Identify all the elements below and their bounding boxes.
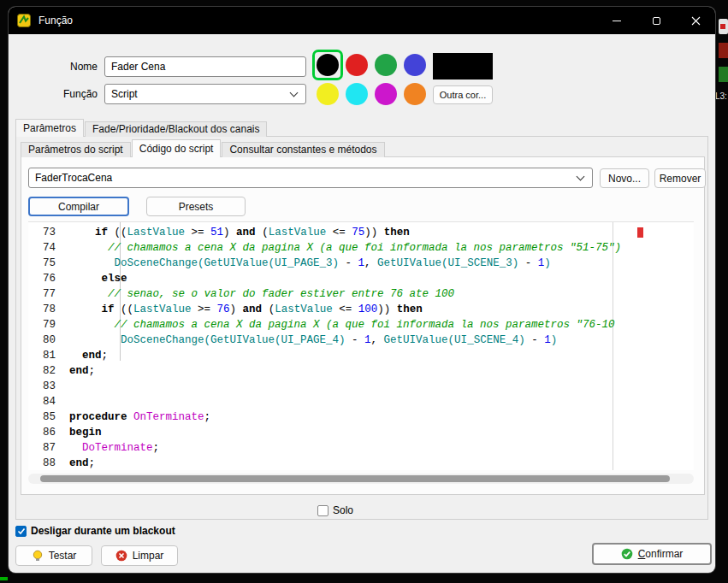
- line-number: 80: [28, 333, 56, 348]
- solo-label: Solo: [333, 504, 353, 516]
- scrollbar-thumb[interactable]: [40, 475, 670, 482]
- desktop-background: L3: Função Nome Fader Cena: [0, 0, 728, 583]
- line-number: 84: [28, 394, 56, 409]
- color-swatch[interactable]: [404, 54, 426, 76]
- title-bar[interactable]: Função: [9, 7, 715, 34]
- editor-overflow-mark: [637, 227, 643, 238]
- code-line: 84: [28, 394, 694, 409]
- funcao-dialog: Função Nome Fader Cena Função Script Out…: [9, 7, 715, 573]
- other-color-label: Outra cor...: [440, 90, 486, 100]
- code-line: 80 DoSceneChange(GetUIValue(UI_PAGE_4) -…: [28, 333, 694, 348]
- line-number: 79: [28, 317, 56, 333]
- code-line: 81 end;: [28, 348, 694, 363]
- name-input[interactable]: Fader Cena: [104, 56, 306, 77]
- chevron-down-icon: [577, 173, 585, 181]
- codigo-do-script-panel: FaderTrocaCena Novo... Remover Compilar …: [21, 156, 705, 495]
- close-icon: [691, 16, 701, 26]
- minimize-icon: [613, 21, 621, 21]
- tab-fade-prioridade-blackout[interactable]: Fade/Prioridade/Blackout dos canais: [85, 121, 267, 137]
- line-number: 81: [28, 348, 56, 363]
- code-line: 74 // chamamos a cena X da pagina X (a q…: [28, 240, 694, 256]
- close-button[interactable]: [676, 7, 715, 34]
- line-number: 75: [28, 256, 56, 271]
- line-number: 83: [28, 379, 56, 394]
- color-swatch[interactable]: [346, 83, 368, 105]
- code-line: 86begin: [28, 425, 694, 440]
- compile-label: Compilar: [58, 201, 99, 213]
- function-label: Função: [43, 84, 98, 104]
- tab-consultar-constantes[interactable]: Consultar constantes e métodos: [222, 142, 384, 157]
- editor-horizontal-scrollbar[interactable]: [28, 474, 694, 484]
- presets-label: Presets: [179, 201, 214, 213]
- blackout-checkbox-row[interactable]: Desligar durante um blackout: [15, 525, 175, 537]
- line-number: 74: [28, 240, 56, 256]
- line-number: 73: [28, 225, 56, 240]
- tab-parametros-do-script[interactable]: Parâmetros do script: [21, 142, 131, 157]
- window-title: Função: [38, 15, 73, 26]
- solo-checkbox-row[interactable]: Solo: [317, 504, 353, 516]
- code-line: 83: [28, 379, 694, 394]
- line-number: 82: [28, 363, 56, 379]
- desktop-artifact: [719, 43, 728, 58]
- maximize-button[interactable]: [636, 7, 676, 34]
- color-swatch[interactable]: [317, 54, 339, 76]
- line-number: 76: [28, 271, 56, 286]
- confirm-icon: [621, 548, 633, 560]
- color-swatch[interactable]: [317, 83, 339, 105]
- code-line: 75 DoSceneChange(GetUIValue(UI_PAGE_3) -…: [28, 256, 694, 271]
- function-select[interactable]: Script: [104, 84, 306, 104]
- check-icon: [17, 527, 26, 535]
- code-line: 73 if ((LastValue >= 51) and (LastValue …: [28, 225, 694, 240]
- confirm-button[interactable]: Confirmar: [592, 543, 712, 565]
- code-line: 78 if ((LastValue >= 76) and (LastValue …: [28, 302, 694, 317]
- code-line: 82end;: [28, 363, 694, 379]
- color-preview: [433, 53, 493, 80]
- code-line: 76 else: [28, 271, 694, 286]
- color-swatch[interactable]: [375, 83, 397, 105]
- script-preset-select[interactable]: FaderTrocaCena: [28, 168, 593, 188]
- clear-button[interactable]: Limpar: [101, 545, 178, 566]
- code-line: 77 // senao, se o valor do fader estiver…: [28, 286, 694, 302]
- code-line: 88end;: [28, 456, 694, 470]
- remove-script-button[interactable]: Remover: [654, 168, 706, 188]
- color-swatch[interactable]: [346, 54, 368, 76]
- solo-checkbox[interactable]: [317, 505, 328, 516]
- compile-button[interactable]: Compilar: [28, 197, 129, 216]
- new-script-label: Novo...: [608, 173, 641, 185]
- other-color-button[interactable]: Outra cor...: [433, 85, 493, 104]
- desktop-artifact: [720, 24, 725, 29]
- color-swatch[interactable]: [375, 54, 397, 76]
- script-preset-value: FaderTrocaCena: [35, 172, 112, 184]
- code-line: 87 DoTerminate;: [28, 440, 694, 456]
- color-palette-row: [317, 83, 426, 105]
- minimize-button[interactable]: [597, 7, 636, 34]
- name-label: Nome: [43, 56, 98, 77]
- color-swatch[interactable]: [404, 83, 426, 105]
- line-number: 86: [28, 425, 56, 440]
- remove-script-label: Remover: [660, 173, 701, 185]
- line-number: 77: [28, 286, 56, 302]
- line-number: 85: [28, 409, 56, 425]
- function-select-value: Script: [111, 88, 138, 100]
- lamp-icon: [32, 550, 44, 562]
- name-input-value: Fader Cena: [111, 61, 165, 73]
- desktop-artifact: [0, 577, 8, 580]
- desktop-artifact: [719, 19, 728, 34]
- maximize-icon: [653, 17, 660, 25]
- line-number: 88: [28, 456, 56, 470]
- test-label: Testar: [49, 550, 77, 562]
- presets-button[interactable]: Presets: [146, 197, 246, 216]
- new-script-button[interactable]: Novo...: [600, 168, 649, 188]
- script-code-editor[interactable]: 73 if ((LastValue >= 51) and (LastValue …: [28, 221, 694, 470]
- desktop-edge-label: L3:: [715, 91, 727, 101]
- tab-parametros[interactable]: Parâmetros: [15, 119, 84, 137]
- clear-icon: [115, 550, 127, 562]
- main-tab-bar: Parâmetros Fade/Prioridade/Blackout dos …: [15, 120, 268, 137]
- script-tab-bar: Parâmetros do script Código do script Co…: [21, 140, 386, 157]
- blackout-checkbox[interactable]: [15, 526, 27, 537]
- parametros-tab-panel: Parâmetros do script Código do script Co…: [15, 136, 708, 520]
- chevron-down-icon: [290, 89, 299, 97]
- tab-codigo-do-script[interactable]: Código do script: [132, 139, 222, 157]
- test-button[interactable]: Testar: [15, 545, 92, 566]
- clear-label: Limpar: [133, 550, 164, 562]
